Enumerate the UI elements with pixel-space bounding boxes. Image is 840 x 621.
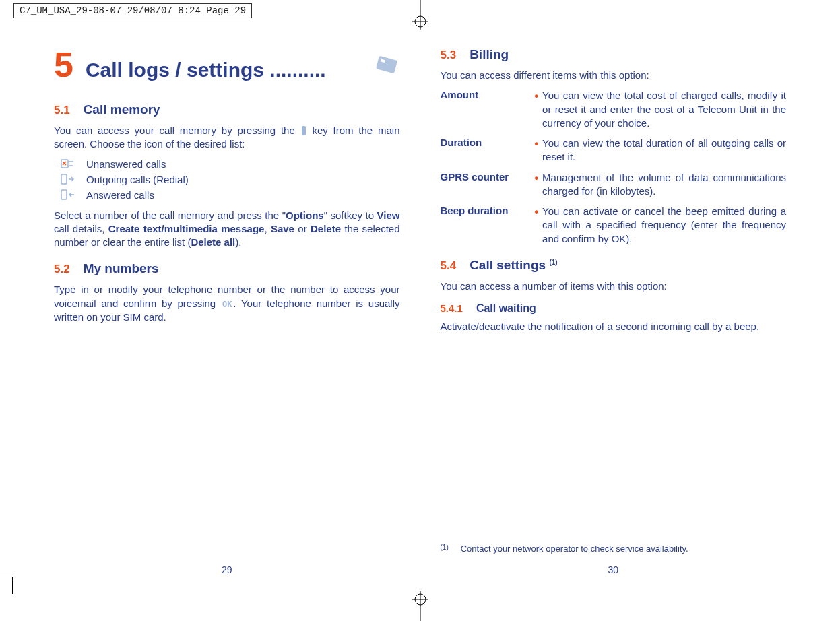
definition-term: Beep duration — [441, 205, 535, 216]
paragraph: You can access a number of items with th… — [441, 280, 787, 293]
list-item: Outgoing calls (Redial) — [59, 174, 400, 185]
footnote-ref: (1) — [549, 258, 557, 265]
unanswered-calls-icon — [59, 158, 75, 169]
bold-text: Delete all — [191, 236, 235, 248]
page-left: 5 Call logs / settings .......... 5.1 Ca… — [54, 47, 400, 581]
chapter-title: Call logs / settings .......... — [86, 59, 361, 81]
page-spread: 5 Call logs / settings .......... 5.1 Ca… — [54, 47, 786, 581]
chapter-heading: 5 Call logs / settings .......... — [54, 47, 400, 82]
bold-text: View — [377, 209, 400, 221]
text: or — [294, 223, 311, 234]
svg-rect-8 — [375, 56, 397, 74]
definition-text: You can activate or cancel the beep emit… — [542, 205, 786, 246]
definition-term: Duration — [441, 137, 535, 148]
definition-row: GPRS counter • Management of the volume … — [441, 171, 787, 199]
text: You can access your call memory by press… — [54, 125, 300, 136]
footnote-text: Contact your network operator to check s… — [461, 544, 688, 554]
registration-mark-top — [407, 0, 434, 34]
cropmark-icon — [12, 577, 13, 594]
list-item-label: Answered calls — [86, 189, 154, 201]
list-item: Answered calls — [59, 189, 400, 201]
definition-term: Amount — [441, 89, 535, 100]
section-number: 5.2 — [54, 263, 70, 276]
text: You can activate or cancel the beep emit… — [542, 205, 786, 244]
cropmark-icon — [0, 575, 12, 575]
paragraph: Activate/deactivate the notification of … — [441, 320, 787, 333]
text: call details, — [54, 223, 108, 234]
print-header: C7_UM_USA_29-08-07 29/08/07 8:24 Page 29 — [13, 3, 252, 18]
section-number: 5.4 — [441, 259, 457, 273]
page-number: 30 — [441, 564, 787, 575]
section-heading: 5.4 Call settings (1) — [441, 258, 787, 273]
bullet-icon: • — [535, 205, 539, 220]
chapter-number: 5 — [54, 47, 73, 82]
section-title: Call settings (1) — [470, 258, 557, 273]
list-item-label: Outgoing calls (Redial) — [86, 174, 189, 185]
definition-row: Amount • You can view the total cost of … — [441, 89, 787, 130]
svg-rect-14 — [61, 190, 67, 199]
text: " softkey to — [324, 209, 377, 221]
ok-key-icon: OK — [612, 233, 626, 244]
section-title: Billing — [470, 47, 509, 62]
section-heading: 5.1 Call memory — [54, 102, 400, 117]
definition-text: You can view the total duration of all o… — [542, 137, 786, 164]
text: ). — [235, 236, 241, 248]
subsection-title: Call waiting — [476, 302, 536, 315]
text: Call settings — [470, 258, 549, 272]
paragraph: Type in or modify your telephone number … — [54, 283, 400, 324]
phone-card-icon — [373, 55, 400, 79]
paragraph: You can access your call memory by press… — [54, 124, 400, 152]
key-icon — [302, 126, 306, 135]
definition-text: You can view the total cost of charged c… — [542, 89, 786, 130]
bold-text: Save — [271, 223, 294, 234]
svg-rect-13 — [61, 174, 67, 184]
footnote: (1) Contact your network operator to che… — [441, 544, 787, 554]
page-number: 29 — [54, 564, 400, 575]
definition-list: Amount • You can view the total cost of … — [441, 89, 787, 246]
list-item: Unanswered calls — [59, 158, 400, 170]
ok-key-icon: OK — [222, 299, 232, 310]
definition-row: Beep duration • You can activate or canc… — [441, 205, 787, 246]
bullet-icon: • — [535, 89, 539, 104]
paragraph: You can access different items with this… — [441, 69, 787, 82]
list-item-label: Unanswered calls — [86, 158, 166, 170]
section-number: 5.1 — [54, 104, 70, 117]
paragraph: Select a number of the call memory and p… — [54, 209, 400, 250]
bold-text: Options — [286, 209, 324, 221]
registration-mark-bottom — [407, 587, 434, 621]
bold-text: Delete — [311, 223, 341, 234]
footnote-mark: (1) — [441, 544, 449, 554]
definition-term: GPRS counter — [441, 171, 535, 183]
bold-text: Create text/multimedia message — [108, 223, 265, 234]
definition-text: Management of the volume of data communi… — [542, 171, 786, 199]
section-title: My numbers — [84, 261, 159, 276]
text: , — [264, 223, 271, 234]
section-heading: 5.2 My numbers — [54, 261, 400, 276]
call-type-list: Unanswered calls Outgoing calls (Redial)… — [59, 158, 400, 201]
subsection-heading: 5.4.1 Call waiting — [441, 302, 787, 315]
page-right: 5.3 Billing You can access different ite… — [441, 47, 787, 581]
section-title: Call memory — [84, 102, 160, 117]
outgoing-calls-icon — [59, 174, 75, 185]
subsection-number: 5.4.1 — [441, 302, 463, 314]
section-number: 5.3 — [441, 48, 457, 62]
answered-calls-icon — [59, 189, 75, 200]
text: Select a number of the call memory and p… — [54, 209, 286, 221]
bullet-icon: • — [535, 171, 539, 186]
section-heading: 5.3 Billing — [441, 47, 787, 62]
bullet-icon: • — [535, 137, 539, 152]
definition-row: Duration • You can view the total durati… — [441, 137, 787, 164]
text: ). — [626, 233, 632, 244]
